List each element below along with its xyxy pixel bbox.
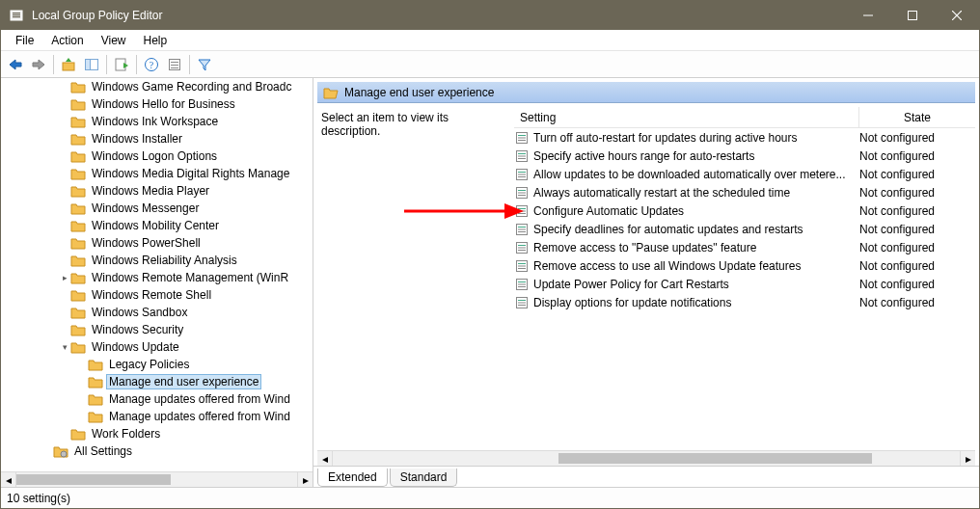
- svg-rect-82: [518, 286, 526, 287]
- tree-item[interactable]: Legacy Policies: [1, 356, 313, 373]
- details-header: Manage end user experience: [317, 82, 975, 103]
- svg-marker-33: [71, 256, 85, 266]
- tree-item[interactable]: Windows Sandbox: [1, 304, 313, 321]
- tree-item[interactable]: Manage end user experience: [1, 373, 313, 390]
- tree-item[interactable]: Windows Logon Options: [1, 147, 313, 165]
- filter-button[interactable]: [194, 54, 215, 75]
- tree-item[interactable]: Windows Game Recording and Broadc: [1, 78, 313, 95]
- help-button[interactable]: ?: [141, 54, 162, 75]
- menu-view[interactable]: View: [93, 32, 135, 49]
- tree-item[interactable]: ▸Windows Remote Management (WinR: [1, 269, 313, 286]
- setting-icon: [514, 167, 530, 182]
- back-button[interactable]: [5, 54, 26, 75]
- tree-item[interactable]: Windows Mobility Center: [1, 217, 313, 234]
- folder-icon: [70, 426, 86, 442]
- expander-icon[interactable]: ▸: [59, 273, 70, 282]
- svg-rect-1: [13, 13, 20, 13]
- column-state[interactable]: State: [859, 107, 975, 127]
- folder-icon: [70, 235, 86, 251]
- tree-item[interactable]: Manage updates offered from Wind: [1, 390, 313, 408]
- setting-state: Not configured: [859, 186, 975, 200]
- expander-icon[interactable]: ▾: [59, 342, 70, 352]
- maximize-button[interactable]: [890, 1, 935, 30]
- tree-item[interactable]: All Settings: [1, 442, 313, 460]
- tree-item[interactable]: Manage updates offered from Wind: [1, 408, 313, 425]
- svg-rect-20: [171, 65, 178, 66]
- svg-rect-21: [171, 67, 178, 68]
- setting-label: Update Power Policy for Cart Restarts: [533, 278, 859, 291]
- toolbar: ?: [1, 51, 979, 78]
- setting-state: Not configured: [859, 149, 975, 163]
- app-icon: [9, 8, 24, 23]
- setting-row[interactable]: Specify deadlines for automatic updates …: [514, 220, 975, 238]
- setting-state: Not configured: [859, 278, 975, 291]
- setting-icon: [514, 203, 530, 219]
- properties-button[interactable]: [164, 54, 185, 75]
- status-text: 10 setting(s): [7, 492, 70, 505]
- tree-item[interactable]: Windows Reliability Analysis: [1, 252, 313, 269]
- setting-row[interactable]: Always automatically restart at the sche…: [514, 183, 975, 201]
- tree-item[interactable]: Windows Media Digital Rights Manage: [1, 165, 313, 182]
- up-one-level-button[interactable]: [58, 54, 79, 75]
- list-horizontal-scrollbar[interactable]: ◂ ▸: [317, 450, 975, 466]
- tree-horizontal-scrollbar[interactable]: ◂ ▸: [1, 471, 313, 487]
- folder-icon: [70, 148, 86, 164]
- tab-standard[interactable]: Standard: [390, 469, 458, 487]
- setting-label: Remove access to use all Windows Update …: [533, 259, 859, 273]
- export-list-button[interactable]: [111, 54, 132, 75]
- description-text: Select an item to view its description.: [321, 111, 449, 138]
- tree-item-label: Windows Media Digital Rights Manage: [89, 166, 292, 181]
- tree-item-label: Windows Remote Shell: [89, 287, 214, 303]
- setting-row[interactable]: Update Power Policy for Cart RestartsNot…: [514, 275, 975, 293]
- setting-icon: [514, 130, 530, 146]
- menu-help[interactable]: Help: [135, 32, 177, 49]
- tree-item[interactable]: Windows Security: [1, 321, 313, 338]
- tree-item[interactable]: Work Folders: [1, 425, 313, 442]
- svg-marker-36: [71, 308, 85, 318]
- show-hide-tree-button[interactable]: [81, 54, 102, 75]
- tree-item[interactable]: Windows Hello for Business: [1, 95, 313, 113]
- setting-row[interactable]: Allow updates to be downloaded automatic…: [514, 165, 975, 183]
- tree-item[interactable]: Windows Ink Workspace: [1, 113, 313, 130]
- svg-text:?: ?: [150, 60, 154, 70]
- svg-rect-4: [863, 15, 873, 16]
- client-area: Windows Game Recording and BroadcWindows…: [1, 78, 979, 487]
- folder-icon: [88, 409, 103, 424]
- setting-label: Always automatically restart at the sche…: [533, 186, 859, 200]
- tree-item[interactable]: Windows Media Player: [1, 182, 313, 200]
- folder-icon: [70, 287, 86, 303]
- folder-icon: [70, 201, 86, 216]
- tree-item[interactable]: Windows Messenger: [1, 200, 313, 217]
- tree-item[interactable]: ▾Windows Update: [1, 338, 313, 356]
- setting-row[interactable]: Configure Automatic UpdatesNot configure…: [514, 201, 975, 220]
- tree-item[interactable]: Windows PowerShell: [1, 234, 313, 252]
- tree-item-label: Manage updates offered from Wind: [106, 391, 293, 407]
- svg-marker-30: [71, 204, 85, 214]
- setting-label: Allow updates to be downloaded automatic…: [533, 168, 859, 181]
- folder-icon: [70, 218, 86, 233]
- tree-item[interactable]: Windows Installer: [1, 130, 313, 147]
- svg-marker-40: [89, 378, 102, 388]
- setting-row[interactable]: Remove access to "Pause updates" feature…: [514, 238, 975, 256]
- tree-item-label: Windows Update: [89, 339, 182, 355]
- svg-marker-28: [71, 170, 85, 179]
- minimize-button[interactable]: [846, 1, 890, 30]
- forward-button[interactable]: [28, 54, 49, 75]
- tree-item[interactable]: Windows Remote Shell: [1, 286, 313, 304]
- tab-extended[interactable]: Extended: [317, 469, 388, 487]
- gear-folder-icon: [53, 443, 68, 459]
- setting-row[interactable]: Display options for update notifications…: [514, 293, 975, 311]
- setting-row[interactable]: Remove access to use all Windows Update …: [514, 256, 975, 275]
- close-button[interactable]: [935, 1, 979, 30]
- setting-row[interactable]: Turn off auto-restart for updates during…: [514, 128, 975, 147]
- menu-action[interactable]: Action: [42, 32, 92, 49]
- menu-file[interactable]: File: [7, 32, 42, 49]
- folder-icon: [70, 339, 86, 355]
- column-setting[interactable]: Setting: [514, 107, 859, 127]
- setting-label: Specify deadlines for automatic updates …: [533, 223, 859, 236]
- tree-item-label: Windows Remote Management (WinR: [89, 270, 291, 285]
- setting-row[interactable]: Specify active hours range for auto-rest…: [514, 147, 975, 165]
- folder-icon: [70, 270, 86, 285]
- svg-rect-72: [518, 245, 526, 246]
- tree-scroll[interactable]: Windows Game Recording and BroadcWindows…: [1, 78, 313, 471]
